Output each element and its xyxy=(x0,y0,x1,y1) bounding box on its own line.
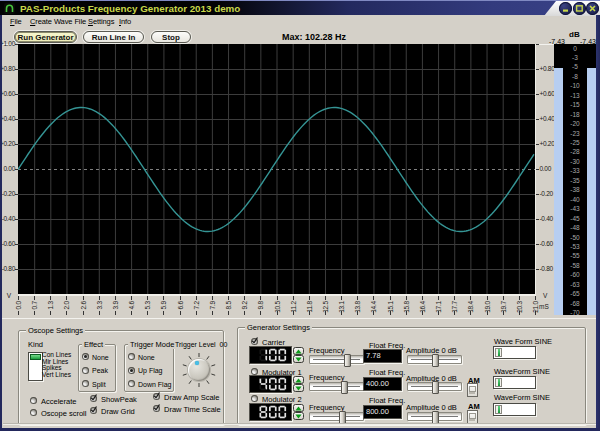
stop-button[interactable]: Stop xyxy=(151,31,191,43)
float-freq-label-carrier: Float Freq. xyxy=(369,342,405,349)
slider-thumb[interactable] xyxy=(432,381,439,394)
db-scale-label: -68 xyxy=(563,300,587,307)
source-checkbox-carrier[interactable] xyxy=(251,338,258,345)
checkbox-draw-time-scale[interactable] xyxy=(153,405,160,412)
waveform-selector-carrier[interactable] xyxy=(493,346,536,359)
trigger-mode-group: Trigger Mode NoneUp FlagDown Flag xyxy=(124,344,174,392)
amplitude-slider-modulator-1[interactable] xyxy=(407,382,462,391)
trigger-mode-radio-none[interactable] xyxy=(128,353,135,360)
check-mark-icon xyxy=(89,405,98,414)
oscope-settings-group: Oscope Settings Kind Con LinesMir LinesS… xyxy=(18,330,224,425)
spin-down-button[interactable] xyxy=(293,412,304,420)
amp-scale-label: +0.80 xyxy=(0,66,15,72)
db-scale-label: -40 xyxy=(563,196,587,203)
db-scale-label: -30 xyxy=(563,158,587,165)
amplitude-slider-modulator-2[interactable] xyxy=(407,412,462,421)
title-bar: PAS-Products Frequency Generator 2013 de… xyxy=(0,0,600,15)
spin-up-button[interactable] xyxy=(293,404,304,412)
time-tick xyxy=(163,311,164,315)
frequency-label-carrier: Frequency xyxy=(309,347,344,354)
waveform-label-carrier: Wave Form SINE xyxy=(494,338,552,345)
waveform-selector-thumb[interactable] xyxy=(495,348,502,357)
checkbox-oscope-scroll[interactable] xyxy=(30,409,37,416)
checkbox-draw-grid[interactable] xyxy=(90,407,97,414)
slider-thumb[interactable] xyxy=(432,354,439,367)
status-divider xyxy=(3,423,596,425)
window-border-right xyxy=(596,15,600,431)
run-generator-button[interactable]: Run Generator xyxy=(14,31,77,43)
time-tick xyxy=(212,311,213,315)
volt-unit-label: V xyxy=(7,292,11,299)
time-tick xyxy=(390,296,391,300)
time-tick xyxy=(18,296,19,300)
db-scale-label: -13 xyxy=(563,92,587,99)
time-scale-label: 17.1 xyxy=(435,301,442,313)
effect-radio-peak[interactable] xyxy=(82,367,89,374)
amp-scale-label: +0.20 xyxy=(540,141,555,147)
run-line-in-button[interactable]: Run Line In xyxy=(83,31,144,43)
menu-item-create-wave-file[interactable]: Create Wave File xyxy=(28,17,88,26)
waveform-selector-thumb[interactable] xyxy=(495,405,502,414)
db-scale-label: 0 xyxy=(563,45,587,52)
time-tick xyxy=(325,296,326,300)
db-scale-label: -25 xyxy=(563,139,587,146)
amplitude-label-modulator-2: Amplitude 0 dB xyxy=(406,404,457,411)
maximize-button[interactable] xyxy=(573,2,586,15)
time-scale: 0.00.71.32.02.63.33.94.65.35.96.67.27.98… xyxy=(18,296,548,316)
db-scale-label: -65 xyxy=(563,290,587,297)
check-mark-icon xyxy=(152,391,161,400)
time-scale-label: 13.1 xyxy=(338,301,345,313)
waveform-selector-modulator-1[interactable] xyxy=(493,376,536,389)
waveform-selector-modulator-2[interactable] xyxy=(493,403,536,416)
trigger-mode-radio-up-flag[interactable] xyxy=(128,367,135,374)
close-button[interactable] xyxy=(586,2,599,15)
db-scale-label: -10 xyxy=(563,82,587,89)
spin-up-button[interactable] xyxy=(293,347,304,355)
menu-item-settings[interactable]: Settings xyxy=(86,17,116,26)
db-scale-label: -63 xyxy=(563,281,587,288)
amp-scale-label: -0.40 xyxy=(2,216,15,222)
spin-up-button[interactable] xyxy=(293,376,304,384)
time-tick xyxy=(147,311,148,315)
effect-radio-split[interactable] xyxy=(82,380,89,387)
waveform-selector-thumb[interactable] xyxy=(495,378,502,387)
amplitude-slider-carrier[interactable] xyxy=(407,355,462,364)
minimize-button[interactable] xyxy=(559,2,572,15)
kind-selector[interactable] xyxy=(28,352,43,381)
frequency-slider-carrier[interactable] xyxy=(309,355,364,364)
spin-down-button[interactable] xyxy=(293,355,304,363)
time-tick xyxy=(131,296,132,300)
float-freq-display-modulator-2: 800.00 xyxy=(363,405,402,419)
time-tick xyxy=(260,296,261,300)
source-checkbox-modulator-1[interactable] xyxy=(251,368,258,375)
source-checkbox-modulator-2[interactable] xyxy=(251,395,258,402)
effect-radio-none[interactable] xyxy=(82,353,89,360)
time-tick xyxy=(277,296,278,300)
spin-down-button[interactable] xyxy=(293,384,304,392)
time-tick xyxy=(535,296,536,300)
kind-selector-thumb[interactable] xyxy=(30,354,41,360)
time-scale-label: 16.4 xyxy=(419,301,426,313)
time-tick xyxy=(357,296,358,300)
am-glyph xyxy=(469,419,475,421)
checkbox-draw-amp-scale[interactable] xyxy=(153,393,160,400)
amp-scale-label: -0.80 xyxy=(540,266,553,272)
checkbox-accelerate[interactable] xyxy=(30,397,37,404)
kind-option-vert-lines[interactable]: Vert Lines xyxy=(42,371,71,378)
time-scale-label: 15.1 xyxy=(387,301,394,313)
frequency-slider-modulator-1[interactable] xyxy=(309,382,364,391)
slider-thumb[interactable] xyxy=(344,354,351,367)
trigger-mode-radio-down-flag[interactable] xyxy=(128,380,135,387)
knob-tick-marks xyxy=(180,351,218,389)
menu-item-info[interactable]: Info xyxy=(117,17,133,26)
frequency-slider-modulator-2[interactable] xyxy=(309,412,364,421)
slider-thumb[interactable] xyxy=(341,381,348,394)
am-button-modulator-2[interactable] xyxy=(467,410,478,424)
menu-item-file[interactable]: File xyxy=(8,17,24,26)
time-scale-label: 14.4 xyxy=(370,301,377,313)
time-scale-label: 15.8 xyxy=(403,301,410,313)
checkbox-showpeak[interactable] xyxy=(90,395,97,402)
frequency-spinner-modulator-2 xyxy=(293,404,304,420)
effect-label-none: None xyxy=(92,354,109,361)
am-button-modulator-1[interactable] xyxy=(467,383,478,397)
